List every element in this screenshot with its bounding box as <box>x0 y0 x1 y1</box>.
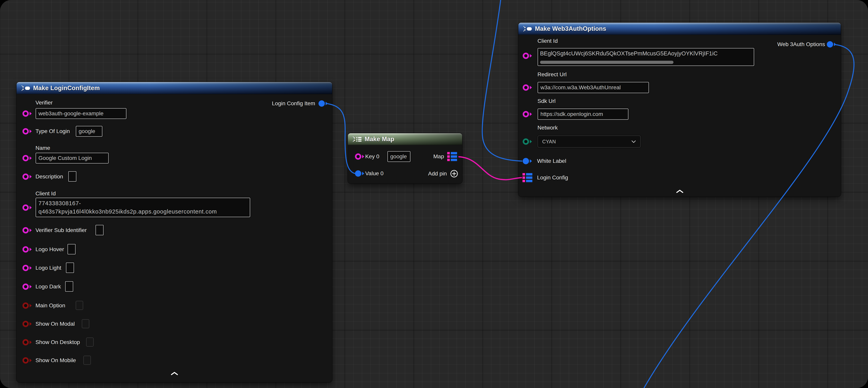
pin-white-label[interactable] <box>523 158 532 164</box>
pin-key-0[interactable] <box>355 153 364 160</box>
output-label-web3auth-options: Web 3Auth Options <box>777 41 825 48</box>
wire-offscreen-to-white-label[interactable] <box>482 0 522 161</box>
show-on-desktop-label: Show On Desktop <box>35 339 80 346</box>
main-option-checkbox[interactable] <box>76 301 83 310</box>
description-input[interactable] <box>68 171 76 182</box>
pin-verifier[interactable] <box>23 111 32 117</box>
logo-dark-input[interactable] <box>65 281 73 292</box>
client-id-label: Client Id <box>537 38 558 44</box>
node-make-map-header[interactable]: ↘↗ Make Map <box>348 133 462 145</box>
pin-redirect-url[interactable] <box>523 84 532 91</box>
name-label: Name <box>35 145 50 151</box>
key-0-label: Key 0 <box>365 153 379 160</box>
login-config-label: Login Config <box>537 174 568 181</box>
node-make-map[interactable]: ↘↗ Make Map Key 0 Map Value 0 <box>348 133 462 184</box>
name-input[interactable] <box>35 153 109 163</box>
sdk-url-input[interactable] <box>537 109 628 120</box>
verifier-label: Verifier <box>35 99 53 106</box>
collapse-node-button[interactable] <box>676 189 684 193</box>
logo-light-label: Logo Light <box>35 265 61 271</box>
pin-logo-light[interactable] <box>23 265 32 271</box>
add-pin-icon <box>450 169 459 178</box>
pin-login-config[interactable] <box>523 173 532 182</box>
map-output-label: Map <box>433 153 444 160</box>
sdk-url-label: Sdk Url <box>537 98 556 105</box>
output-label-login-config-item: Login Config Item <box>272 100 315 107</box>
value-0-label: Value 0 <box>365 170 383 177</box>
verifier-sub-identifier-input[interactable] <box>95 225 104 235</box>
redirect-url-label: Redirect Url <box>537 71 567 78</box>
node-make-loginconfigitem[interactable]: ↘↗ Make LoginConfigItem Login Config Ite… <box>17 82 332 382</box>
node-make-web3authoptions[interactable]: ↘↗ Make Web3AuthOptions Web 3Auth Option… <box>518 23 841 197</box>
pin-name[interactable] <box>23 155 32 161</box>
type-of-login-input[interactable] <box>76 126 102 137</box>
redirect-url-input[interactable] <box>537 82 649 93</box>
verifier-sub-identifier-label: Verifier Sub Identifier <box>35 227 87 234</box>
node-make-loginconfigitem-header[interactable]: ↘↗ Make LoginConfigItem <box>17 82 332 94</box>
add-pin-button[interactable]: Add pin <box>428 169 459 178</box>
network-selected-value: CYAN <box>542 139 556 145</box>
show-on-mobile-label: Show On Mobile <box>35 357 76 364</box>
logo-light-input[interactable] <box>66 262 74 273</box>
pin-login-config-item-output[interactable] <box>318 100 328 107</box>
pin-client-id[interactable] <box>523 53 532 59</box>
verifier-input[interactable] <box>35 108 127 119</box>
chevron-down-icon <box>631 140 636 143</box>
logo-hover-label: Logo Hover <box>35 246 64 253</box>
pin-main-option[interactable] <box>23 302 32 309</box>
make-struct-icon: ↘↗ <box>523 26 532 32</box>
client-id-value: BEglQSgt4cUWcj6SKRdu5QkOXTsePmMcusG5EAoy… <box>540 49 752 58</box>
client-id-label: Client Id <box>35 190 56 197</box>
pin-show-on-modal[interactable] <box>23 321 32 327</box>
client-id-input[interactable]: 774338308167-q463s7kpvja16l4l0kko3nb925i… <box>35 198 250 217</box>
make-struct-icon: ↘↗ <box>21 85 30 91</box>
pin-value-0[interactable] <box>355 170 364 177</box>
logo-hover-input[interactable] <box>67 244 76 255</box>
add-pin-label: Add pin <box>428 171 447 177</box>
node-title: Make Map <box>365 136 394 143</box>
client-id-scrollbar[interactable] <box>540 61 674 64</box>
pin-logo-dark[interactable] <box>23 283 32 290</box>
type-of-login-label: Type Of Login <box>35 128 70 135</box>
client-id-input[interactable]: BEglQSgt4cUWcj6SKRdu5QkOXTsePmMcusG5EAoy… <box>537 48 754 66</box>
pin-network[interactable] <box>523 139 532 145</box>
pin-type-of-login[interactable] <box>23 128 32 135</box>
main-option-label: Main Option <box>35 302 65 309</box>
show-on-modal-checkbox[interactable] <box>82 319 89 328</box>
pin-client-id[interactable] <box>23 204 32 211</box>
node-title: Make Web3AuthOptions <box>535 25 606 32</box>
pin-map-output[interactable] <box>447 152 457 161</box>
key-0-input[interactable] <box>387 151 410 162</box>
white-label-label: White Label <box>537 158 566 165</box>
pin-description[interactable] <box>23 174 32 180</box>
wire-map-to-login-config[interactable] <box>459 157 522 180</box>
show-on-mobile-checkbox[interactable] <box>83 356 91 365</box>
collapse-node-button[interactable] <box>170 371 179 376</box>
show-on-modal-label: Show On Modal <box>35 321 75 327</box>
node-make-web3authoptions-header[interactable]: ↘↗ Make Web3AuthOptions <box>518 23 841 35</box>
pin-sdk-url[interactable] <box>523 111 532 117</box>
node-title: Make LoginConfigItem <box>33 85 100 92</box>
pin-show-on-mobile[interactable] <box>23 357 32 363</box>
pin-web3auth-options-output[interactable] <box>827 41 836 48</box>
pin-logo-hover[interactable] <box>23 246 32 252</box>
network-label: Network <box>537 124 558 131</box>
make-map-icon: ↘↗ <box>352 136 362 143</box>
pin-show-on-desktop[interactable] <box>23 339 32 346</box>
logo-dark-label: Logo Dark <box>35 283 61 290</box>
description-label: Description <box>35 173 63 180</box>
blueprint-canvas[interactable]: ↘↗ Make LoginConfigItem Login Config Ite… <box>0 0 868 388</box>
show-on-desktop-checkbox[interactable] <box>86 337 94 347</box>
pin-verifier-sub-identifier[interactable] <box>23 227 32 233</box>
network-dropdown[interactable]: CYAN <box>537 136 641 148</box>
